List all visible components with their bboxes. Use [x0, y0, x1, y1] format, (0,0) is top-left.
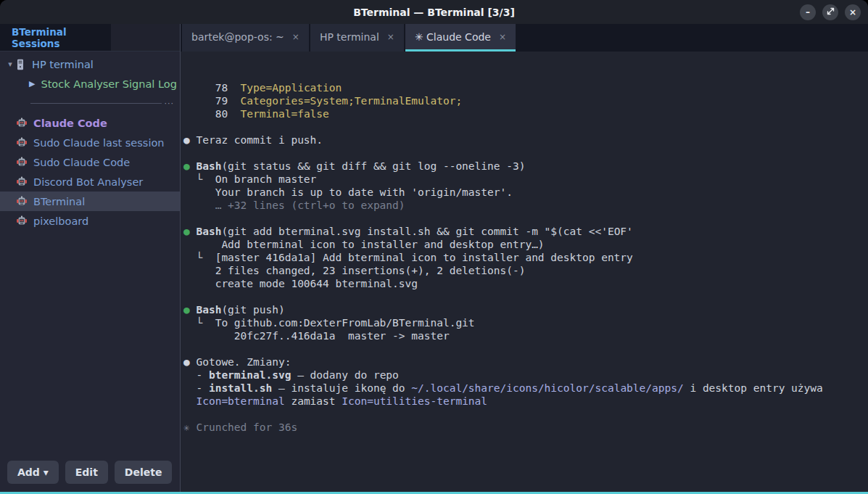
terminal-line: ● Bash(git push) [183, 303, 868, 316]
terminal-line [183, 120, 868, 133]
sessions-tree: ▾HP terminal▶Stock Analyser Signal Log··… [0, 52, 180, 453]
sessions-header-tab[interactable]: BTerminal Sessions [0, 24, 111, 51]
overflow-dots: ··· [165, 99, 175, 108]
robot-icon [16, 196, 28, 207]
tab-bartek-pop-os[interactable]: bartek@pop-os: ~× [182, 24, 309, 52]
sidebar-item-sudo-claude-code[interactable]: Sudo Claude Code [0, 152, 180, 172]
terminal-line: - bterminal.svg — dodany do repo [183, 369, 868, 382]
terminal-pane: bartek@pop-os: ~×HP terminal×✳ Claude Co… [180, 24, 868, 492]
title-bar: BTerminal — BTerminal [3/3] – × [0, 0, 868, 24]
sidebar-item-label: Sudo Claude last session [33, 137, 164, 149]
terminal-line: └ On branch master [183, 173, 868, 186]
terminal-line: 20fc27f..416da1a master -> master [183, 329, 868, 342]
close-icon: × [849, 7, 856, 17]
tab-label: HP terminal [320, 31, 379, 43]
sidebar-item-label: Stock Analyser Signal Log [41, 78, 176, 90]
minimize-icon: – [806, 7, 810, 17]
sidebar-item-claude-code[interactable]: Claude Code [0, 113, 180, 133]
robot-icon [16, 157, 28, 168]
terminal-line [183, 212, 868, 225]
terminal-line: Add bterminal icon to installer and desk… [183, 238, 868, 251]
sidebar-item-stock-analyser-signal-log[interactable]: ▶Stock Analyser Signal Log [0, 74, 180, 94]
terminal-line: 78 Type=Application [183, 81, 868, 94]
tab-close-icon[interactable]: × [499, 32, 506, 42]
sidebar-item-label: Claude Code [33, 118, 107, 129]
terminal-line: ✳ Crunched for 36s [183, 421, 868, 434]
play-icon: ▶ [29, 79, 35, 88]
tab-close-icon[interactable]: × [292, 32, 299, 42]
sidebar-item-discord-bot-analyser[interactable]: Discord Bot Analyser [0, 172, 180, 192]
window-title: BTerminal — BTerminal [3/3] [353, 7, 515, 18]
tab-claude-code[interactable]: ✳ Claude Code× [405, 24, 516, 52]
edit-button[interactable]: Edit [65, 461, 108, 484]
sidebar-item-bterminal[interactable]: BTerminal [0, 192, 180, 211]
terminal-output[interactable]: 78 Type=Application 79 Categories=System… [181, 52, 868, 492]
terminal-line: Your branch is up to date with 'origin/m… [183, 186, 868, 199]
robot-icon [16, 176, 28, 187]
terminal-line [183, 342, 868, 355]
sessions-header-label: BTerminal Sessions [12, 26, 111, 49]
robot-icon [16, 215, 28, 226]
delete-button[interactable]: Delete [115, 461, 173, 484]
divider-line [30, 103, 162, 104]
sidebar-item-label: Sudo Claude Code [33, 157, 130, 168]
terminal-line: - install.sh — instaluje ikonę do ~/.loc… [183, 382, 868, 395]
robot-icon [16, 118, 28, 128]
sidebar-item-label: BTerminal [33, 196, 85, 207]
maximize-button[interactable] [822, 4, 838, 20]
tab-bar: bartek@pop-os: ~×HP terminal×✳ Claude Co… [181, 24, 868, 52]
terminal-line: create mode 100644 bterminal.svg [183, 277, 868, 290]
terminal-line: └ [master 416da1a] Add bterminal icon to… [183, 251, 868, 264]
terminal-line: ● Bash(git status && git diff && git log… [183, 160, 868, 173]
chevron-down-icon[interactable]: ▾ [4, 59, 16, 69]
tab-hp-terminal[interactable]: HP terminal× [310, 24, 404, 52]
tab-label: bartek@pop-os: ~ [191, 31, 284, 43]
minimize-button[interactable]: – [800, 4, 816, 20]
tab-close-icon[interactable]: × [387, 32, 394, 42]
terminal-line [183, 408, 868, 421]
tab-label: ✳ Claude Code [415, 31, 491, 43]
close-button[interactable]: × [845, 4, 861, 20]
sidebar-item-hp-terminal[interactable]: ▾HP terminal [0, 54, 180, 74]
terminal-line: 80 Terminal=false [183, 107, 868, 120]
sessions-sidebar: BTerminal Sessions ▾HP terminal▶Stock An… [0, 24, 180, 492]
maximize-icon [827, 7, 835, 17]
terminal-line: 79 Categories=System;TerminalEmulator; [183, 94, 868, 107]
bterminal-window: BTerminal — BTerminal [3/3] – × BTermina… [0, 0, 868, 494]
sidebar-item-sudo-claude-last-session[interactable]: Sudo Claude last session [0, 133, 180, 152]
window-controls: – × [800, 0, 861, 24]
terminal-line: Icon=bterminal zamiast Icon=utilities-te… [183, 395, 868, 408]
terminal-line: └ To github.com:DexterFromLab/BTerminal.… [183, 316, 868, 329]
terminal-line: ● Gotowe. Zmiany: [183, 355, 868, 369]
terminal-line: ● Bash(git add bterminal.svg install.sh … [183, 225, 868, 238]
terminal-line: 2 files changed, 23 insertions(+), 2 del… [183, 264, 868, 277]
sidebar-item-pixelboard[interactable]: pixelboard [0, 211, 180, 231]
terminal-line: … +32 lines (ctrl+o to expand) [183, 199, 868, 212]
terminal-line [183, 147, 868, 160]
sidebar-item-label: Discord Bot Analyser [33, 176, 143, 188]
computer-icon [16, 59, 25, 70]
sidebar-divider: ··· [0, 94, 180, 113]
sidebar-item-label: HP terminal [32, 59, 94, 70]
terminal-line [183, 290, 868, 303]
sidebar-item-label: pixelboard [33, 215, 88, 227]
add-button[interactable]: Add ▾ [7, 461, 59, 484]
terminal-lines: 78 Type=Application 79 Categories=System… [183, 81, 868, 434]
sidebar-header-row: BTerminal Sessions [0, 24, 180, 52]
terminal-line: ● Teraz commit i push. [183, 133, 868, 147]
window-content: BTerminal Sessions ▾HP terminal▶Stock An… [0, 24, 868, 492]
sidebar-buttons: Add ▾EditDelete [0, 453, 180, 492]
robot-icon [16, 137, 28, 148]
